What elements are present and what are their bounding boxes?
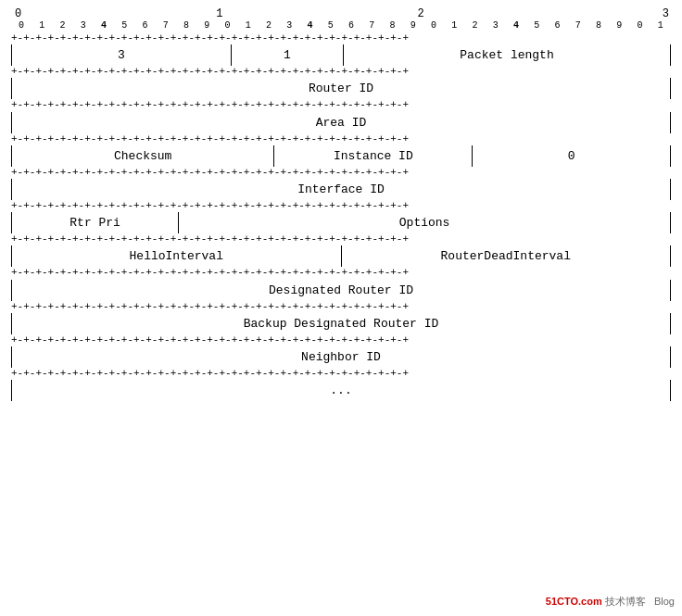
divider-4: +-+-+-+-+-+-+-+-+-+-+-+-+-+-+-+-+-+-+-+-… xyxy=(11,133,671,145)
zero-field: 0 xyxy=(473,145,670,167)
rtr-pri-field: Rtr Pri xyxy=(12,212,179,233)
type-field: 1 xyxy=(232,44,344,66)
bit-6: 6 xyxy=(135,20,156,31)
bit-4: 4 xyxy=(94,20,114,31)
router-dead-interval-field: RouterDeadInterval xyxy=(342,245,671,267)
ellipsis-field: ... xyxy=(11,380,671,401)
options-field: Options xyxy=(179,212,670,233)
bit-23: 3 xyxy=(486,20,506,31)
bit-14: 4 xyxy=(300,20,321,31)
divider-6: +-+-+-+-+-+-+-+-+-+-+-+-+-+-+-+-+-+-+-+-… xyxy=(11,200,671,212)
bit-8: 8 xyxy=(176,20,196,31)
packet-length-field: Packet length xyxy=(344,44,670,66)
bit-17: 7 xyxy=(361,20,382,31)
bit-26: 6 xyxy=(548,20,568,31)
divider-3: +-+-+-+-+-+-+-+-+-+-+-+-+-+-+-+-+-+-+-+-… xyxy=(11,99,671,111)
bit-7: 7 xyxy=(156,20,176,31)
ruler-2: 2 xyxy=(417,7,618,20)
instance-id-field: Instance ID xyxy=(274,145,473,167)
ruler-minor: 0 1 2 3 4 5 6 7 8 9 0 1 2 3 4 5 6 7 8 9 … xyxy=(11,20,671,31)
bit-2: 2 xyxy=(53,20,73,31)
area-id-field: Area ID xyxy=(11,112,671,133)
row-rtrpri: Rtr Pri Options xyxy=(11,212,671,233)
interface-id-field: Interface ID xyxy=(11,179,671,200)
bit-28: 8 xyxy=(588,20,609,31)
row-checksum: Checksum Instance ID 0 xyxy=(11,145,671,167)
bit-27: 7 xyxy=(568,20,588,31)
bit-3: 3 xyxy=(73,20,94,31)
bit-12: 2 xyxy=(259,20,279,31)
ruler-1: 1 xyxy=(216,7,417,20)
bit-29: 9 xyxy=(609,20,629,31)
version-field: 3 xyxy=(12,44,232,66)
divider-9: +-+-+-+-+-+-+-+-+-+-+-+-+-+-+-+-+-+-+-+-… xyxy=(11,301,671,313)
hello-interval-field: HelloInterval xyxy=(12,245,342,267)
router-id-field: Router ID xyxy=(11,78,671,99)
divider-7: +-+-+-+-+-+-+-+-+-+-+-+-+-+-+-+-+-+-+-+-… xyxy=(11,233,671,245)
neighbor-id-field: Neighbor ID xyxy=(11,346,671,368)
divider-11: +-+-+-+-+-+-+-+-+-+-+-+-+-+-+-+-+-+-+-+-… xyxy=(11,368,671,380)
bit-11: 1 xyxy=(238,20,259,31)
bit-0: 0 xyxy=(11,20,32,31)
divider-10: +-+-+-+-+-+-+-+-+-+-+-+-+-+-+-+-+-+-+-+-… xyxy=(11,334,671,346)
bit-15: 5 xyxy=(321,20,341,31)
divider-5: +-+-+-+-+-+-+-+-+-+-+-+-+-+-+-+-+-+-+-+-… xyxy=(11,167,671,179)
bit-25: 5 xyxy=(526,20,547,31)
divider-8: +-+-+-+-+-+-+-+-+-+-+-+-+-+-+-+-+-+-+-+-… xyxy=(11,267,671,279)
bit-ruler: 0 1 2 3 0 1 2 3 4 5 6 7 8 9 0 1 2 3 4 5 … xyxy=(11,7,671,31)
bit-30: 0 xyxy=(630,20,650,31)
bit-31: 1 xyxy=(650,20,671,31)
bit-5: 5 xyxy=(114,20,134,31)
bit-21: 1 xyxy=(444,20,464,31)
row-version-type: 3 1 Packet length xyxy=(11,44,671,66)
ruler-0: 0 xyxy=(11,7,216,20)
bit-13: 3 xyxy=(279,20,299,31)
bit-9: 9 xyxy=(196,20,217,31)
bit-16: 6 xyxy=(341,20,361,31)
packet-diagram: 0 1 2 3 0 1 2 3 4 5 6 7 8 9 0 1 2 3 4 5 … xyxy=(11,7,671,401)
bit-10: 0 xyxy=(218,20,238,31)
bit-19: 9 xyxy=(403,20,423,31)
row-hello: HelloInterval RouterDeadInterval xyxy=(11,245,671,267)
designated-router-id-field: Designated Router ID xyxy=(11,280,671,301)
bit-18: 8 xyxy=(383,20,403,31)
divider-2: +-+-+-+-+-+-+-+-+-+-+-+-+-+-+-+-+-+-+-+-… xyxy=(11,66,671,78)
bit-20: 0 xyxy=(423,20,444,31)
ruler-3: 3 xyxy=(619,7,671,20)
checksum-field: Checksum xyxy=(12,145,274,167)
bit-24: 4 xyxy=(506,20,526,31)
bit-1: 1 xyxy=(32,20,52,31)
ruler-major: 0 1 2 3 xyxy=(11,7,671,20)
backup-designated-router-id-field: Backup Designated Router ID xyxy=(11,313,671,334)
divider-1: +-+-+-+-+-+-+-+-+-+-+-+-+-+-+-+-+-+-+-+-… xyxy=(11,32,671,44)
bit-22: 2 xyxy=(465,20,486,31)
